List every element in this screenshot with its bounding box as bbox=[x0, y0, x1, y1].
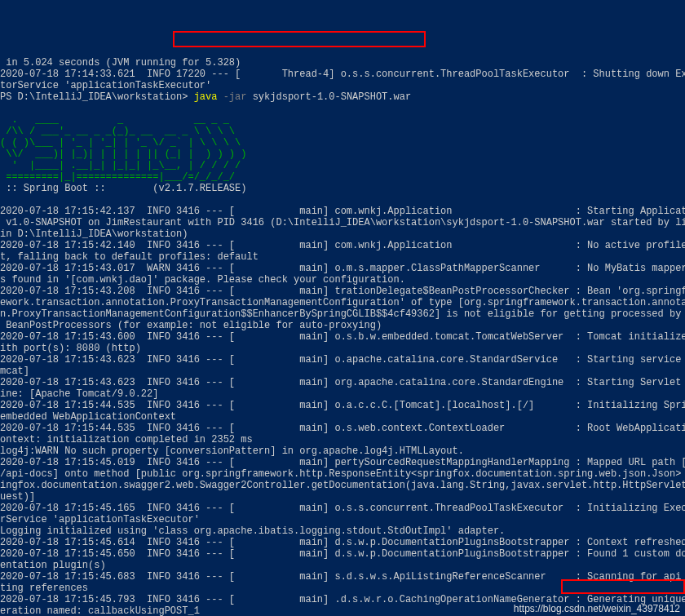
log-line: /api-docs] onto method [public org.sprin… bbox=[0, 468, 685, 480]
log-line: ith port(s): 8080 (http) bbox=[0, 343, 141, 354]
log-line: ting references bbox=[0, 583, 88, 594]
log-line: log4j:WARN No such property [conversionP… bbox=[0, 445, 464, 457]
command-option-jar: -jar bbox=[223, 91, 247, 103]
log-line: 2020-07-18 17:15:45.683 INFO 3416 --- [ … bbox=[0, 571, 685, 583]
log-line: ine: [Apache Tomcat/9.0.22] bbox=[0, 388, 158, 400]
log-line: 2020-07-18 17:15:43.600 INFO 3416 --- [ … bbox=[0, 331, 685, 343]
log-line: entation plugin(s) bbox=[0, 560, 106, 571]
log-line: 2020-07-18 17:15:45.165 INFO 3416 --- [ … bbox=[0, 503, 685, 514]
log-line: ontext: initialization completed in 2352… bbox=[0, 434, 253, 445]
log-line: n.ProxyTransactionManagementConfiguratio… bbox=[0, 308, 685, 320]
spring-banner-line: . ____ _ __ _ _ bbox=[0, 114, 229, 126]
log-line: v1.0-SNAPSHOT on JimRestaurant with PID … bbox=[0, 217, 685, 228]
log-line: uest)] bbox=[0, 491, 35, 503]
log-line: 2020-07-18 17:15:44.535 INFO 3416 --- [ … bbox=[0, 400, 685, 411]
log-line: 2020-07-18 17:15:42.140 INFO 3416 --- [ … bbox=[0, 240, 685, 251]
log-line: 2020-07-18 17:15:42.137 INFO 3416 --- [ … bbox=[0, 206, 685, 217]
log-line: 2020-07-18 17:15:45.614 INFO 3416 --- [ … bbox=[0, 537, 685, 548]
command-java: java bbox=[194, 91, 223, 103]
log-line: t, falling back to default profiles: def… bbox=[0, 251, 259, 263]
log-line: 2020-07-18 17:14:33.621 INFO 17220 --- [… bbox=[0, 69, 685, 80]
log-line: 2020-07-18 17:15:45.019 INFO 3416 --- [ … bbox=[0, 457, 685, 468]
command-argument: sykjdsport-1.0-SNAPSHOT.war bbox=[246, 91, 411, 103]
log-line: rService 'applicationTaskExecutor' bbox=[0, 514, 200, 525]
log-line: 2020-07-18 17:15:43.623 INFO 3416 --- [ … bbox=[0, 377, 685, 388]
log-line: 2020-07-18 17:15:44.535 INFO 3416 --- [ … bbox=[0, 423, 685, 434]
spring-banner-line: ( ( )\___ | '_ | '_| | '_ \/ _` | \ \ \ … bbox=[0, 137, 241, 148]
spring-banner-line: \\/ ___)| |_)| | | | | || (_| | ) ) ) ) bbox=[0, 148, 246, 160]
spring-banner-line: =========|_|==============|___/=/_/_/_/ bbox=[0, 171, 235, 183]
log-line: BeanPostProcessors (for example: not eli… bbox=[0, 320, 382, 331]
log-line: 2020-07-18 17:15:43.208 INFO 3416 --- [ … bbox=[0, 286, 685, 297]
prompt: PS D:\IntelliJ_IDEA\workstation> bbox=[0, 91, 194, 103]
spring-boot-version: :: Spring Boot :: (v2.1.7.RELEASE) bbox=[0, 183, 246, 194]
log-line: torService 'applicationTaskExecutor' bbox=[0, 80, 211, 91]
log-line: Logging initialized using 'class org.apa… bbox=[0, 525, 505, 537]
log-line: ework.transaction.annotation.ProxyTransa… bbox=[0, 297, 685, 308]
log-line: eration named: callbackUsingPOST_1 bbox=[0, 605, 200, 616]
log-line: ingfox.documentation.swagger2.web.Swagge… bbox=[0, 480, 685, 491]
spring-banner-line: ' |____| .__|_| |_|_| |_\__, | / / / / bbox=[0, 160, 241, 171]
spring-banner-line: /\\ / ___'_ __ _ _(_)_ __ __ _ \ \ \ \ bbox=[0, 126, 235, 137]
log-line: mcat] bbox=[0, 366, 29, 377]
terminal-window[interactable]: in 5.024 seconds (JVM running for 5.328)… bbox=[0, 46, 685, 616]
log-line: in 5.024 seconds (JVM running for 5.328) bbox=[0, 57, 241, 69]
log-line: in D:\IntelliJ_IDEA\workstation) bbox=[0, 228, 188, 240]
log-line: embedded WebApplicationContext bbox=[0, 411, 176, 423]
log-line: 2020-07-18 17:15:45.650 INFO 3416 --- [ … bbox=[0, 548, 685, 560]
log-line: 2020-07-18 17:15:43.623 INFO 3416 --- [ … bbox=[0, 354, 685, 366]
log-line: 2020-07-18 17:15:43.017 WARN 3416 --- [ … bbox=[0, 263, 685, 274]
highlight-box-command bbox=[173, 31, 426, 47]
watermark-credit: https://blog.csdn.net/weixin_43978412 bbox=[514, 603, 680, 614]
log-line: s found in '[com.wnkj.dao]' package. Ple… bbox=[0, 274, 405, 286]
